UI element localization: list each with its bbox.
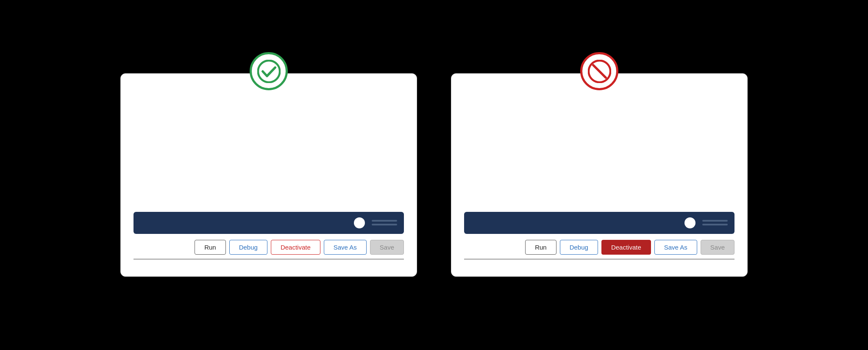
panels-container: Run Debug Deactivate Save As Save	[0, 73, 868, 277]
debug-button-2[interactable]: Debug	[560, 240, 598, 255]
saveas-button-2[interactable]: Save As	[654, 240, 697, 255]
divider-2	[464, 259, 734, 260]
deactivate-button-2[interactable]: Deactivate	[601, 240, 651, 255]
buttons-row-2: Run Debug Deactivate Save As Save	[464, 234, 734, 259]
toolbar-lines-2	[702, 220, 728, 225]
toolbar-bar-2	[464, 212, 734, 234]
toolbar-circle-2	[684, 217, 696, 228]
toolbar-bar-1	[134, 212, 404, 234]
check-icon	[257, 60, 281, 83]
buttons-row-1: Run Debug Deactivate Save As Save	[134, 234, 404, 259]
run-button-2[interactable]: Run	[525, 240, 556, 255]
toolbar-circle-1	[354, 217, 365, 228]
toolbar-line	[372, 220, 397, 222]
no-icon	[588, 60, 611, 83]
bad-panel: Run Debug Deactivate Save As Save	[451, 73, 748, 277]
toolbar-lines-1	[372, 220, 397, 225]
deactivate-button-1[interactable]: Deactivate	[271, 240, 320, 255]
no-badge	[580, 52, 618, 90]
toolbar-line	[372, 224, 397, 225]
debug-button-1[interactable]: Debug	[229, 240, 267, 255]
good-panel: Run Debug Deactivate Save As Save	[120, 73, 417, 277]
save-button-1: Save	[370, 240, 404, 255]
check-badge	[250, 52, 288, 90]
run-button-1[interactable]: Run	[195, 240, 226, 255]
toolbar-line	[702, 220, 728, 222]
svg-point-0	[258, 60, 279, 82]
toolbar-line	[702, 224, 728, 225]
svg-line-2	[593, 65, 605, 77]
save-button-2: Save	[701, 240, 734, 255]
saveas-button-1[interactable]: Save As	[324, 240, 367, 255]
divider-1	[134, 259, 404, 260]
good-panel-wrapper: Run Debug Deactivate Save As Save	[120, 73, 417, 277]
bad-panel-wrapper: Run Debug Deactivate Save As Save	[451, 73, 748, 277]
